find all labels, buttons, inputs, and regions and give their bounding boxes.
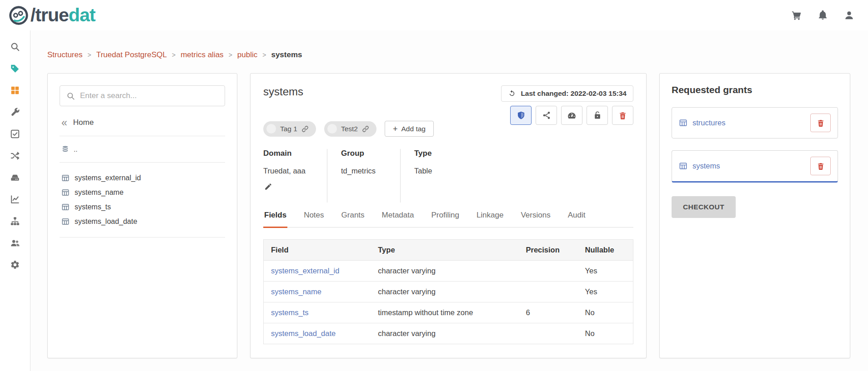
sidebar-item-glossary[interactable] [4,58,26,79]
sidebar-item-users[interactable] [4,232,26,254]
group-label: Group [341,149,391,158]
field-precision: 6 [518,302,577,323]
grant-link[interactable]: systems [692,162,720,170]
edit-domain-button[interactable] [263,182,273,192]
domain-value: Truedat, aaa [263,167,327,175]
field-link[interactable]: systems_load_date [271,329,336,337]
requested-grants-panel: Requested grants structures systems [659,73,850,358]
tab-versions[interactable]: Versions [520,211,551,228]
shield-icon [517,111,526,120]
table-icon [61,203,70,211]
breadcrumb-link-system[interactable]: Truedat PostgreSQL [96,50,167,59]
tab-profiling[interactable]: Profiling [430,211,460,228]
wrench-icon [10,107,20,117]
table-icon [61,188,70,197]
users-icon [10,238,20,248]
column-header-type: Type [371,240,518,261]
field-link[interactable]: systems_ts [271,308,309,317]
group-value: td_metrics [341,167,391,175]
sidebar-item-quality[interactable] [4,123,26,145]
truedat-wordmark: /truedat [30,6,95,25]
table-icon [679,119,687,127]
cart-icon [791,10,802,20]
divider [60,162,225,163]
unlock-button[interactable] [587,106,608,125]
tab-linkage[interactable]: Linkage [476,211,505,228]
table-row: systems_load_date character varying No [264,323,633,344]
share-button[interactable] [536,106,557,125]
breadcrumb-link-schema[interactable]: public [237,50,257,59]
delete-grant-button[interactable] [810,114,831,132]
page-title: systems [263,85,434,98]
delete-structure-button[interactable] [612,106,633,125]
table-header-row: Field Type Precision Nullable [264,240,633,261]
sidebar-item-sources[interactable] [4,167,26,188]
home-label: Home [73,118,94,127]
unlock-icon [593,111,602,120]
field-link[interactable]: systems_name [271,287,321,296]
list-item[interactable]: systems_load_date [60,214,225,229]
tab-fields[interactable]: Fields [263,211,287,228]
column-header-nullable: Nullable [578,240,633,261]
checkout-button[interactable]: CHECKOUT [672,196,736,218]
tab-grants[interactable]: Grants [341,211,366,228]
field-link[interactable]: systems_external_id [271,267,339,275]
tag-icon [10,64,20,74]
grid-icon [10,85,20,95]
list-item[interactable]: systems_ts [60,200,225,214]
tag-pill[interactable]: Test2 [324,121,376,137]
sidebar-item-tools[interactable] [4,101,26,123]
column-header-precision: Precision [518,240,577,261]
last-changed-chip[interactable]: Last changed: 2022-02-03 15:34 [501,85,633,102]
delete-grant-button[interactable] [810,157,831,175]
tag-pill[interactable]: Tag 1 [263,121,316,137]
nav-parent-structure[interactable]: .. [60,144,225,154]
notifications-button[interactable] [816,9,829,22]
left-icon-sidebar [0,30,30,371]
type-label: Type [414,149,432,158]
nav-home[interactable]: « Home [61,118,223,128]
check-square-icon [10,129,20,139]
sidebar-item-settings[interactable] [4,254,26,276]
shuffle-icon [10,151,20,161]
add-tag-button[interactable]: + Add tag [385,121,434,137]
profiling-button[interactable] [561,106,582,125]
table-row: systems_ts timestamp without time zone 6… [264,302,633,323]
field-nullable: No [578,302,633,323]
protect-button[interactable] [510,106,532,125]
search-box [60,85,225,106]
trash-icon [817,119,825,127]
cart-button[interactable] [790,9,803,22]
breadcrumb-link-database[interactable]: metrics alias [181,50,223,59]
tab-metadata[interactable]: Metadata [381,211,415,228]
list-item[interactable]: systems_name [60,185,225,200]
grant-link[interactable]: structures [692,119,725,127]
truedat-logo[interactable]: /truedat [8,5,95,26]
sidebar-item-structures[interactable] [4,79,26,101]
field-type: timestamp without time zone [371,302,518,323]
tab-notes[interactable]: Notes [303,211,325,228]
field-list: systems_external_id systems_name systems… [60,171,225,229]
list-item[interactable]: systems_external_id [60,171,225,185]
list-item-label: systems_ts [75,203,111,211]
chart-line-icon [10,194,20,204]
search-input[interactable] [80,91,218,100]
column-header-field: Field [264,240,371,261]
search-icon [10,42,20,52]
structure-detail-panel: systems Tag 1 Test2 [250,73,647,358]
sidebar-item-search[interactable] [4,36,26,58]
divider [60,237,225,237]
table-row: systems_name character varying Yes [264,282,633,302]
sidebar-item-taxonomy[interactable] [4,210,26,232]
sidebar-item-lineage[interactable] [4,145,26,167]
sidebar-item-dashboards[interactable] [4,188,26,210]
tab-audit[interactable]: Audit [567,211,587,228]
drive-icon [10,173,20,183]
field-nullable: No [578,323,633,344]
user-menu-button[interactable] [843,9,855,22]
breadcrumb-link-structures[interactable]: Structures [47,50,82,59]
last-changed-text: Last changed: 2022-02-03 15:34 [521,89,627,98]
plus-icon: + [393,125,398,133]
table-row: systems_external_id character varying Ye… [264,261,633,282]
list-item-label: systems_load_date [75,218,137,226]
